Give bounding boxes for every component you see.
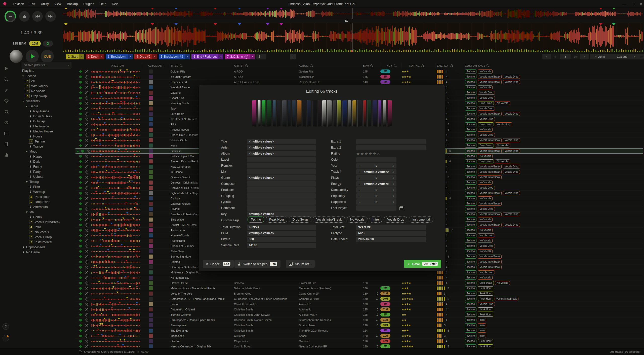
cue-tab-drop-2[interactable]: 4Drop #2× xyxy=(134,54,157,59)
field-bpm[interactable]: <multiple values> xyxy=(247,231,316,236)
cue-marker-icon[interactable] xyxy=(174,23,178,25)
grid-prev-button[interactable]: ‹ xyxy=(542,54,551,59)
add-cue-button[interactable]: + xyxy=(290,54,296,59)
waveform-preview[interactable] xyxy=(91,186,140,190)
table-row[interactable]: Golden PillsAIRODGolden Pills1456M★★★4Te… xyxy=(75,69,643,74)
rail-sync-icon[interactable] xyxy=(3,74,10,85)
increment-button[interactable]: + xyxy=(390,164,396,168)
decrement-button[interactable]: − xyxy=(356,176,363,180)
rating-stars[interactable]: ★★★ xyxy=(401,328,409,333)
table-row[interactable]: Automatic - OriginalChristian SmithAutom… xyxy=(75,307,643,312)
waveform-preview[interactable] xyxy=(91,207,140,211)
rating-stars[interactable]: ★★★★★ xyxy=(401,296,413,301)
custom-tag-vocals-drop[interactable]: Vocals Drop xyxy=(384,217,407,223)
field-bitrate[interactable]: 320 xyxy=(247,237,316,242)
cue-marker-icon[interactable] xyxy=(214,23,217,25)
rating-stars[interactable]: ★★★ xyxy=(401,69,409,74)
waveform-preview[interactable] xyxy=(91,159,140,163)
custom-tag-peak-hour[interactable]: Peak Hour xyxy=(266,217,287,223)
quantize-button[interactable]: Q xyxy=(43,41,53,47)
help-button[interactable]: ? xyxy=(3,323,9,330)
grid-next-button[interactable]: › xyxy=(580,54,589,59)
grid-size-8[interactable]: 8 xyxy=(560,54,571,59)
custom-tag-techno[interactable]: Techno xyxy=(248,217,264,223)
cue-marker-icon[interactable] xyxy=(151,23,154,25)
sidebar-item-remix[interactable]: Remix xyxy=(20,215,76,220)
overview-waveform[interactable] xyxy=(63,8,643,19)
decrement-button[interactable]: − xyxy=(356,200,363,204)
cue-tab-breakdown[interactable]: 3Breakdown× xyxy=(106,54,133,59)
waveform-preview[interactable] xyxy=(91,101,140,105)
table-row[interactable]: OverlordClap CodexOverlord12612M★★★★4Tec… xyxy=(75,339,643,344)
field-sample-rate[interactable]: 44100 xyxy=(247,243,316,248)
cue-tab-breakdown-2[interactable]: 5Breakdown #2× xyxy=(159,54,190,59)
column-header-artist[interactable]: ARTIST xyxy=(234,62,248,69)
rating-stars[interactable]: ★★★★ xyxy=(401,323,411,328)
sidebar-item-timing[interactable]: Timing xyxy=(20,179,76,184)
decrement-button[interactable]: − xyxy=(356,170,363,174)
waveform-preview[interactable] xyxy=(91,149,140,153)
waveform-preview[interactable] xyxy=(91,244,140,248)
waveform-preview[interactable] xyxy=(91,239,140,243)
menu-backup[interactable]: Backup xyxy=(64,2,80,6)
sidebar-item-vocals-intro-break[interactable]: *Vocals Intro/Break xyxy=(20,220,76,225)
waveform-preview[interactable] xyxy=(91,228,140,232)
waveform-preview[interactable] xyxy=(91,117,140,121)
waveform-preview[interactable] xyxy=(91,286,140,290)
field-last-played[interactable] xyxy=(356,205,396,211)
notifications-button[interactable] xyxy=(3,335,9,341)
column-header-title[interactable]: TITLE xyxy=(171,62,182,69)
increment-button[interactable]: + xyxy=(390,188,396,192)
search-icon[interactable] xyxy=(421,64,424,67)
rail-crate-icon[interactable] xyxy=(3,128,10,139)
loop-knob[interactable] xyxy=(5,11,16,22)
field-producer[interactable] xyxy=(247,187,316,193)
menu-utility[interactable]: Utility xyxy=(38,2,52,6)
grid-size-16[interactable]: 16 xyxy=(570,54,581,59)
waveform-preview[interactable] xyxy=(91,133,140,137)
table-row[interactable]: The ExchangeChristian SmithThe BPM 2014 … xyxy=(75,328,643,333)
waveform-preview[interactable] xyxy=(91,255,140,259)
next-track-button[interactable] xyxy=(45,11,56,22)
menu-dev[interactable]: Dev xyxy=(109,2,120,6)
search-icon[interactable] xyxy=(180,64,182,67)
increment-button[interactable]: + xyxy=(390,200,396,204)
table-row[interactable]: Stratosphere - Ronnie Spiteri RemixChris… xyxy=(75,317,643,323)
waveform-preview[interactable] xyxy=(91,175,140,179)
waveform-preview[interactable] xyxy=(91,302,140,306)
waveform-preview[interactable] xyxy=(91,91,140,95)
delete-cue-icon[interactable]: × xyxy=(128,54,133,59)
sidebar-item-electro-house[interactable]: Electro House xyxy=(20,129,76,134)
key-pill[interactable]: 10M xyxy=(29,41,41,46)
field-filetype[interactable]: MP3 xyxy=(356,231,426,236)
rail-device-icon[interactable] xyxy=(3,139,10,150)
table-row[interactable]: Camargue 2019 - Enrico Sangiuliano Remix… xyxy=(75,296,643,302)
sidebar-item-intro[interactable]: 4Intro xyxy=(20,225,76,230)
sidebar-item-upbeat[interactable]: Upbeat xyxy=(20,174,76,179)
sidebar-item-house[interactable]: House xyxy=(20,134,76,139)
rail-edit-icon[interactable] xyxy=(3,85,10,95)
rail-history-icon[interactable] xyxy=(3,117,10,128)
table-row[interactable]: Metamorphosis - Marie Vaunt RemixBelocca… xyxy=(75,286,643,291)
field-grouping[interactable] xyxy=(247,193,316,199)
search-icon[interactable] xyxy=(450,64,453,67)
waveform-preview[interactable] xyxy=(91,212,140,216)
search-icon[interactable] xyxy=(370,64,373,67)
menu-edit[interactable]: Edit xyxy=(27,2,38,6)
field-title[interactable]: <multiple values> xyxy=(247,139,316,144)
search-icon[interactable] xyxy=(245,64,248,67)
sidebar-item-trance[interactable]: Trance xyxy=(20,144,76,149)
rating-stars[interactable]: ★★★★ xyxy=(401,280,411,286)
rating-stars[interactable]: ★★★★ xyxy=(401,74,411,79)
sidebar-item-happy[interactable]: Happy xyxy=(20,154,76,159)
rail-search-icon[interactable] xyxy=(3,106,10,117)
sidebar-item-with-vocals[interactable]: *With Vocals xyxy=(20,84,76,89)
waveform-preview[interactable] xyxy=(91,85,140,89)
waveform-preview[interactable] xyxy=(91,318,140,322)
waveform-preview[interactable] xyxy=(91,128,140,132)
decrement-button[interactable]: − xyxy=(356,188,363,192)
waveform-preview[interactable] xyxy=(91,96,140,100)
table-row[interactable]: MenosleepCj BorikaSpace120♫11M★★★★3Techn… xyxy=(75,333,643,339)
delete-cue-icon[interactable]: × xyxy=(185,54,190,59)
sidebar-item-afterhours[interactable]: Afterhours xyxy=(20,204,76,209)
